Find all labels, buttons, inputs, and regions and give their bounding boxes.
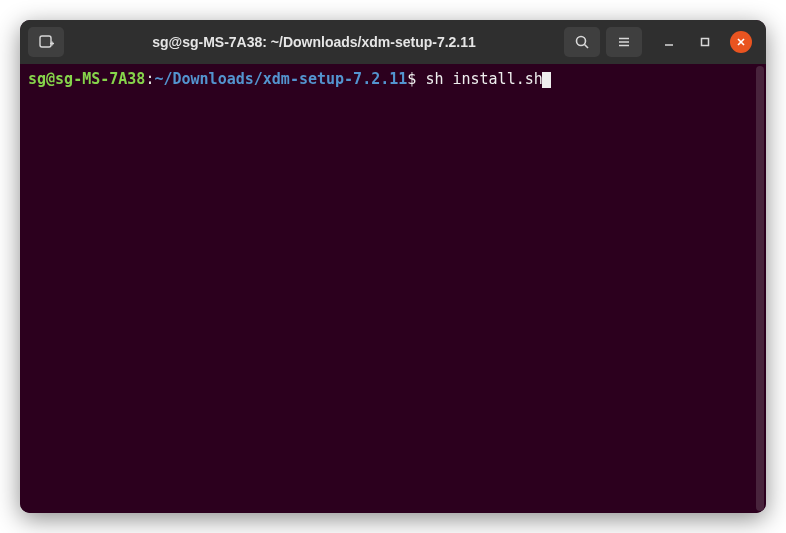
search-button[interactable]: [564, 27, 600, 57]
menu-button[interactable]: [606, 27, 642, 57]
window-controls: [648, 31, 758, 53]
prompt-dollar: $: [407, 70, 425, 88]
scrollbar-track[interactable]: [756, 66, 764, 511]
scrollbar-thumb[interactable]: [756, 66, 764, 511]
prompt-path: ~/Downloads/xdm-setup-7.2.11: [154, 70, 407, 88]
close-button[interactable]: [730, 31, 752, 53]
maximize-button[interactable]: [694, 31, 716, 53]
svg-point-3: [577, 37, 586, 46]
search-icon: [574, 34, 590, 50]
minimize-icon: [663, 36, 675, 48]
svg-line-4: [585, 45, 589, 49]
close-icon: [736, 37, 746, 47]
new-tab-icon: [38, 34, 54, 50]
svg-rect-0: [40, 36, 51, 47]
window-title: sg@sg-MS-7A38: ~/Downloads/xdm-setup-7.2…: [70, 34, 558, 50]
cursor: [542, 72, 551, 88]
terminal-window: sg@sg-MS-7A38: ~/Downloads/xdm-setup-7.2…: [20, 20, 766, 513]
new-tab-button[interactable]: [28, 27, 64, 57]
minimize-button[interactable]: [658, 31, 680, 53]
maximize-icon: [699, 36, 711, 48]
command-text: sh install.sh: [425, 70, 542, 88]
prompt-line: sg@sg-MS-7A38:~/Downloads/xdm-setup-7.2.…: [28, 70, 758, 89]
hamburger-icon: [616, 34, 632, 50]
prompt-user-host: sg@sg-MS-7A38: [28, 70, 145, 88]
terminal-body[interactable]: sg@sg-MS-7A38:~/Downloads/xdm-setup-7.2.…: [20, 64, 766, 513]
svg-rect-9: [702, 39, 709, 46]
titlebar: sg@sg-MS-7A38: ~/Downloads/xdm-setup-7.2…: [20, 20, 766, 64]
